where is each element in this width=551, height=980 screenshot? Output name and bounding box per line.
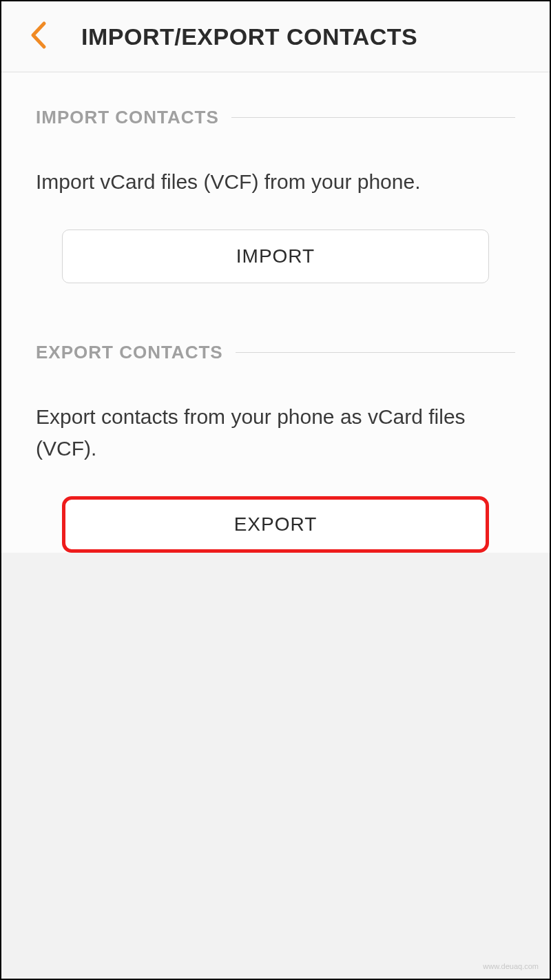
export-section-heading: EXPORT CONTACTS [36,342,236,363]
back-icon[interactable] [29,21,47,52]
export-section-header-row: EXPORT CONTACTS [36,342,515,363]
import-section-header-row: IMPORT CONTACTS [36,107,515,128]
divider-line [231,117,515,118]
content-area: IMPORT CONTACTS Import vCard files (VCF)… [1,72,550,553]
divider-line [236,352,515,353]
page-title: IMPORT/EXPORT CONTACTS [81,23,417,50]
export-description: Export contacts from your phone as vCard… [36,401,515,465]
import-section-heading: IMPORT CONTACTS [36,107,231,128]
import-description: Import vCard files (VCF) from your phone… [36,166,515,198]
import-button[interactable]: IMPORT [62,229,489,283]
header-bar: IMPORT/EXPORT CONTACTS [1,1,550,72]
watermark-text: www.deuaq.com [483,962,539,970]
export-button[interactable]: EXPORT [62,496,489,553]
